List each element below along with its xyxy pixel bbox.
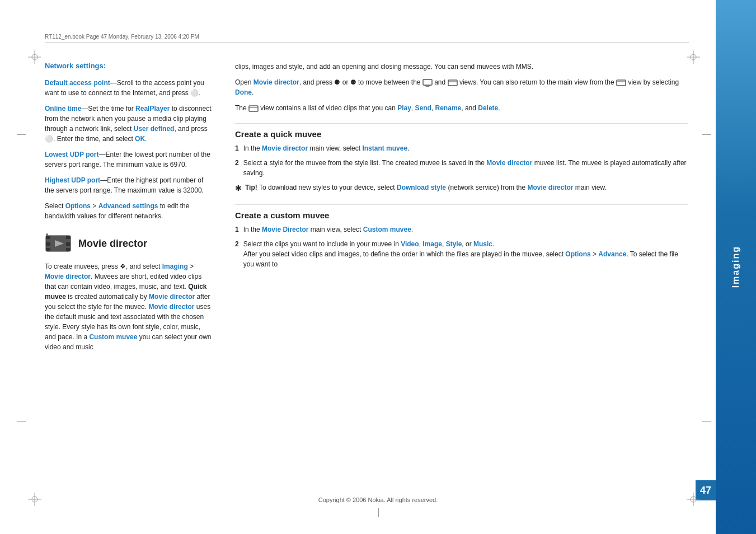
highest-udp-label: Highest UDP port	[45, 176, 100, 184]
quick-step1-number: 1	[235, 143, 239, 153]
quick-step2-text: Select a style for the muvee from the st…	[243, 158, 688, 178]
custom-step2: 2 Select the clips you want to include i…	[235, 239, 688, 269]
movie-director-step1-link: Movie director	[262, 144, 308, 152]
movie-director-open-link: Movie director	[253, 78, 299, 86]
movie-director-tip-link: Movie director	[527, 184, 573, 191]
tip-label: Tip!	[245, 184, 257, 191]
right-column: clips, images and style, and add an open…	[235, 34, 688, 506]
default-access-point-label: Default access point	[45, 79, 110, 87]
left-column: Network settings: Default access point—S…	[45, 34, 213, 506]
network-settings-heading: Network settings:	[45, 62, 106, 70]
svg-rect-26	[448, 80, 457, 86]
quick-step1: 1 In the Movie director main view, selec…	[235, 143, 688, 153]
movie-director-heading: Movie director	[45, 232, 213, 255]
lowest-udp-label: Lowest UDP port	[45, 151, 98, 158]
movie-director-title: Movie director	[78, 238, 147, 250]
quick-step2-number: 2	[235, 158, 239, 178]
movie-icon	[45, 232, 72, 255]
user-defined-label: User defined	[134, 125, 175, 133]
svg-rect-28	[617, 80, 626, 86]
online-time-dash: —Set the time for	[81, 105, 135, 113]
tip-text: Tip! To download new styles to your devi…	[245, 182, 607, 194]
highest-udp-para: Highest UDP port—Enter the highest port …	[45, 175, 213, 195]
svg-rect-13	[46, 236, 50, 239]
view-list-para: The view contains a list of video clips …	[235, 103, 688, 113]
main-content: Network settings: Default access point—S…	[0, 0, 716, 534]
custom-muvee-heading: Create a custom muvee	[235, 204, 688, 220]
movie-director-intro-para: To create muvees, press ❖, and select Im…	[45, 261, 213, 352]
options-label: Options	[65, 202, 91, 210]
custom-step1-text: In the Movie Director main view, select …	[243, 224, 413, 235]
instant-muvee-label: Instant muvee	[362, 144, 407, 152]
quick-muvee-heading: Create a quick muvee	[235, 123, 688, 139]
play-label: Play	[397, 104, 411, 112]
quick-step2: 2 Select a style for the muvee from the …	[235, 158, 688, 178]
network-settings-section: Network settings:	[45, 62, 213, 70]
open-movie-director-para: Open Movie director, and press ⚈ or ⚉ to…	[235, 77, 688, 97]
quick-step1-text: In the Movie director main view, select …	[243, 143, 410, 153]
send-label: Send	[415, 104, 431, 112]
custom-muvee-link: Custom muvee	[89, 333, 137, 341]
page-container: Imaging 47 RT112_en.book Page 47 Monday,…	[0, 0, 756, 534]
image-label: Image	[422, 240, 442, 248]
movie-director-link-left: Movie director	[45, 273, 91, 280]
custom-step1: 1 In the Movie Director main view, selec…	[235, 224, 688, 235]
copyright: Copyright © 2006 Nokia. All rights reser…	[318, 496, 438, 503]
tip-box: ✱ Tip! To download new styles to your de…	[235, 182, 688, 194]
svg-rect-16	[66, 242, 71, 246]
sidebar-label: Imaging	[731, 246, 741, 288]
online-time-label: Online time	[45, 105, 81, 113]
svg-rect-22	[423, 79, 432, 85]
done-label: Done	[235, 88, 252, 96]
options-custom-label: Options	[565, 250, 590, 258]
svg-rect-17	[46, 248, 50, 251]
svg-rect-18	[66, 248, 71, 251]
movie-director-step2-link: Movie director	[486, 159, 532, 167]
style-label: Style	[446, 240, 462, 248]
tip-icon: ✱	[235, 182, 242, 194]
custom-muvee-select-label: Custom muvee	[363, 226, 411, 233]
svg-rect-15	[46, 242, 50, 246]
custom-step1-number: 1	[235, 224, 239, 235]
options-advanced-para: Select Options > Advanced settings to ed…	[45, 201, 213, 221]
advance-label: Advance	[598, 250, 626, 258]
delete-label: Delete	[478, 104, 498, 112]
video-label: Video	[401, 240, 419, 248]
music-label: Music	[473, 240, 492, 248]
svg-rect-30	[249, 106, 258, 111]
rename-label: Rename	[435, 104, 462, 112]
movie-director-link3: Movie director	[148, 303, 194, 311]
copyright-text: Copyright © 2006 Nokia. All rights reser…	[318, 496, 438, 503]
select-text: Select	[45, 202, 65, 210]
online-time-end: .	[145, 135, 147, 143]
online-time-realplayer: RealPlayer	[135, 105, 170, 113]
custom-step2-number: 2	[235, 239, 239, 269]
svg-rect-14	[66, 236, 71, 239]
online-time-para: Online time—Set the time for RealPlayer …	[45, 104, 213, 144]
arrow-text: >	[91, 202, 98, 210]
imaging-link: Imaging	[162, 263, 188, 270]
lowest-udp-para: Lowest UDP port—Enter the lowest port nu…	[45, 149, 213, 170]
movie-director-link2: Movie director	[149, 293, 195, 301]
download-style-label: Download style	[397, 184, 446, 191]
default-access-point-para: Default access point—Scroll to the acces…	[45, 78, 213, 98]
movie-director-custom-link: Movie Director	[262, 226, 308, 233]
advanced-settings-label: Advanced settings	[98, 202, 158, 210]
right-intro-text: clips, images and style, and add an open…	[235, 63, 533, 71]
right-sidebar: Imaging	[716, 0, 756, 534]
online-time-ok: OK	[135, 135, 145, 143]
right-intro-para: clips, images and style, and add an open…	[235, 62, 688, 72]
custom-step2-text: Select the clips you want to include in …	[243, 239, 688, 269]
